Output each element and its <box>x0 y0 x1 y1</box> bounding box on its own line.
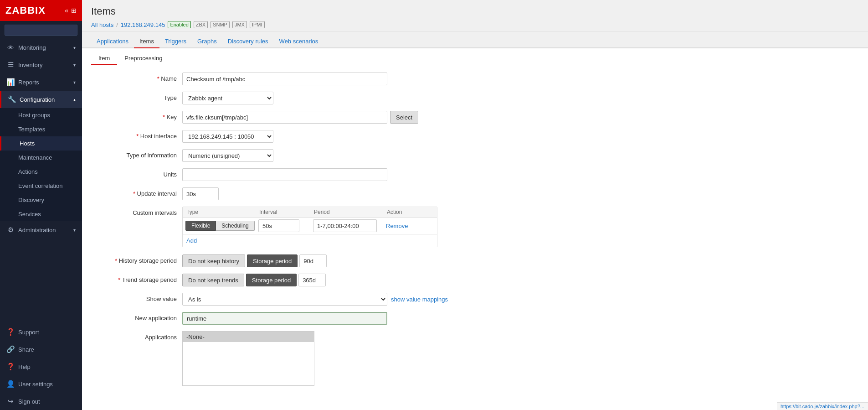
app-list-item-none[interactable]: -None- <box>183 332 314 342</box>
sub-tab-preprocessing[interactable]: Preprocessing <box>117 52 169 65</box>
name-label: Name <box>91 73 182 82</box>
key-input[interactable] <box>182 111 387 124</box>
search-input[interactable] <box>5 25 77 36</box>
show-value-mappings-link[interactable]: show value mappings <box>391 296 448 303</box>
sidebar-item-event-correlation[interactable]: Event correlation <box>0 179 82 193</box>
sidebar-item-templates[interactable]: Templates <box>0 122 82 136</box>
status-bar-url: https://bit.cado.je/zabbix/index.php?... <box>781 404 864 409</box>
history-storage-label: History storage period <box>91 254 182 264</box>
history-no-keep-btn[interactable]: Do not keep history <box>182 254 245 267</box>
history-value-input[interactable] <box>299 254 327 267</box>
sidebar-item-maintenance[interactable]: Maintenance <box>0 151 82 165</box>
breadcrumb-host-ip[interactable]: 192.168.249.145 <box>121 21 165 28</box>
badge-ipmi: IPMI <box>250 21 265 28</box>
tab-graphs[interactable]: Graphs <box>192 35 222 48</box>
sidebar-user-settings-label: User settings <box>18 381 53 388</box>
ci-remove-link[interactable]: Remove <box>386 223 408 229</box>
update-interval-input[interactable] <box>182 187 219 200</box>
ci-action-cell: Remove <box>383 221 420 231</box>
ci-period-input[interactable] <box>313 219 377 232</box>
sub-tabs: Item Preprocessing <box>82 48 868 65</box>
help-icon: ❓ <box>6 363 15 371</box>
form-area: Name Type Zabbix agent Key Select Host i… <box>82 65 868 410</box>
ci-interval-input[interactable] <box>258 219 299 232</box>
sub-tab-item[interactable]: Item <box>91 52 117 65</box>
status-bar: https://bit.cado.je/zabbix/index.php?... <box>777 402 868 410</box>
tab-applications[interactable]: Applications <box>91 35 134 48</box>
collapse-icon[interactable]: « <box>65 7 68 14</box>
sidebar-support-label: Support <box>18 329 39 336</box>
sidebar-item-hosts[interactable]: Hosts <box>0 136 82 151</box>
sidebar-item-reports[interactable]: 📊 Reports ▾ <box>0 73 82 91</box>
new-application-label: New application <box>91 312 182 322</box>
form-row-trend: Trend storage period Do not keep trends … <box>91 274 859 287</box>
ci-type-toggle: Flexible Scheduling <box>185 221 253 231</box>
tab-triggers[interactable]: Triggers <box>159 35 192 48</box>
sidebar-item-inventory[interactable]: ☰ Inventory ▾ <box>0 56 82 73</box>
type-of-info-select[interactable]: Numeric (unsigned) Numeric (float) Chara… <box>182 149 273 162</box>
sidebar-item-administration[interactable]: ⚙ Administration ▾ <box>0 221 82 239</box>
sidebar-item-configuration[interactable]: 🔧 Configuration ▴ <box>0 91 82 108</box>
host-interface-select[interactable]: 192.168.249.145 : 10050 <box>182 130 273 143</box>
ci-col-type: Type <box>183 207 256 217</box>
btn-flexible[interactable]: Flexible <box>185 221 216 231</box>
sidebar-administration-label: Administration <box>18 227 56 234</box>
show-value-select[interactable]: As is <box>182 293 387 306</box>
sidebar-item-discovery[interactable]: Discovery <box>0 193 82 207</box>
tab-web-scenarios[interactable]: Web scenarios <box>274 35 324 48</box>
form-row-applications: Applications -None- <box>91 331 859 386</box>
key-select-button[interactable]: Select <box>390 111 418 124</box>
form-row-show-value: Show value As is show value mappings <box>91 293 859 306</box>
breadcrumb: All hosts / 192.168.249.145 Enabled ZBX … <box>91 21 859 28</box>
configuration-submenu: Host groups Templates Hosts Maintenance … <box>0 108 82 221</box>
sign-out-icon: ↪ <box>6 397 15 405</box>
history-row: Do not keep history Storage period <box>182 254 327 267</box>
administration-icon: ⚙ <box>6 226 15 234</box>
new-application-input[interactable] <box>182 312 387 325</box>
sidebar-header-icons: « ⊞ <box>65 7 77 14</box>
name-input[interactable] <box>182 73 387 85</box>
form-row-units: Units <box>91 168 859 182</box>
show-value-row: As is show value mappings <box>182 293 448 306</box>
breadcrumb-all-hosts[interactable]: All hosts <box>91 21 113 28</box>
badge-zbx: ZBX <box>194 21 208 28</box>
support-icon: ❓ <box>6 328 15 336</box>
monitoring-icon: 👁 <box>6 44 15 52</box>
host-interface-label: Host interface <box>91 130 182 140</box>
chevron-icon: ▾ <box>73 80 76 85</box>
sidebar-help-label: Help <box>18 363 31 370</box>
type-select[interactable]: Zabbix agent <box>182 92 273 104</box>
applications-list: -None- <box>182 331 314 386</box>
trend-value-input[interactable] <box>298 274 326 286</box>
sidebar-item-actions[interactable]: Actions <box>0 165 82 179</box>
tab-items[interactable]: Items <box>134 35 159 48</box>
zabbix-logo: ZABBIX <box>5 5 46 16</box>
ci-header: Type Interval Period Action <box>183 207 437 218</box>
form-row-update-interval: Update interval <box>91 187 859 201</box>
form-row-type-of-info: Type of information Numeric (unsigned) N… <box>91 149 859 163</box>
units-input[interactable] <box>182 168 387 181</box>
trend-no-keep-btn[interactable]: Do not keep trends <box>182 274 244 286</box>
add-interval-link[interactable]: Add <box>186 237 197 244</box>
btn-scheduling[interactable]: Scheduling <box>216 221 254 231</box>
tab-discovery-rules[interactable]: Discovery rules <box>222 35 274 48</box>
trend-storage-period-btn[interactable]: Storage period <box>246 274 297 286</box>
sidebar-item-host-groups[interactable]: Host groups <box>0 108 82 122</box>
history-storage-period-btn[interactable]: Storage period <box>247 254 298 267</box>
chevron-icon: ▾ <box>73 228 76 233</box>
page-title: Items <box>91 5 859 17</box>
sidebar-item-help[interactable]: ❓ Help <box>0 358 82 375</box>
expand-icon[interactable]: ⊞ <box>71 7 77 14</box>
nav-tabs: Applications Items Triggers Graphs Disco… <box>82 31 868 48</box>
trend-row: Do not keep trends Storage period <box>182 274 326 286</box>
sidebar-item-services[interactable]: Services <box>0 207 82 221</box>
sidebar-item-monitoring[interactable]: 👁 Monitoring ▾ <box>0 39 82 56</box>
sidebar-item-support[interactable]: ❓ Support <box>0 323 82 341</box>
chevron-icon: ▾ <box>73 62 76 67</box>
sidebar-item-sign-out[interactable]: ↪ Sign out <box>0 393 82 410</box>
sidebar-search-container <box>0 21 82 39</box>
custom-intervals-container: Type Interval Period Action Flexible Sch… <box>182 207 437 247</box>
sidebar-item-user-settings[interactable]: 👤 User settings <box>0 375 82 393</box>
sidebar-item-share[interactable]: 🔗 Share <box>0 341 82 358</box>
form-row-new-application: New application <box>91 312 859 326</box>
